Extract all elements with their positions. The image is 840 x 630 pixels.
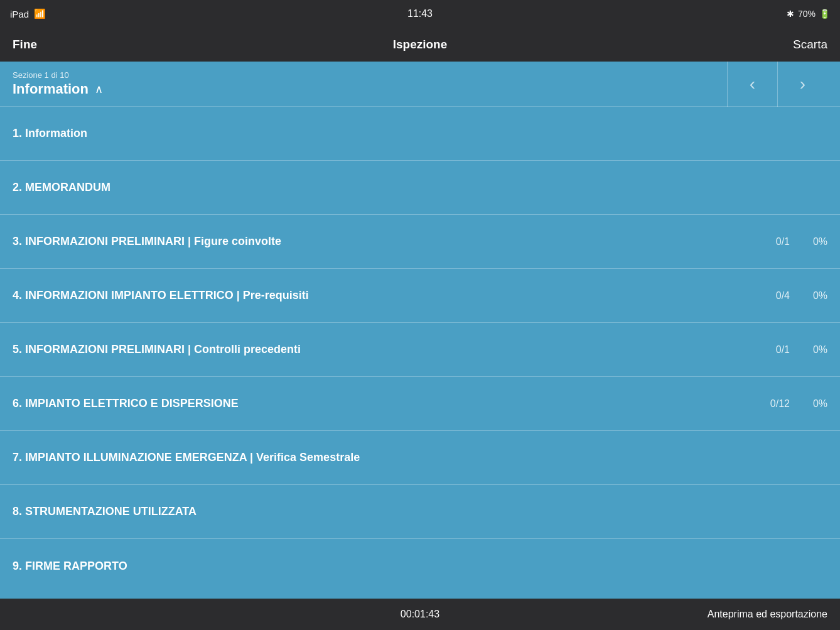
section-title-row: Information ∧	[13, 81, 103, 97]
section-item-score: 0/4	[776, 290, 790, 301]
wifi-icon: 📶	[34, 8, 46, 19]
section-item-label: 3. INFORMAZIONI PRELIMINARI | Figure coi…	[13, 235, 281, 248]
fine-button[interactable]: Fine	[13, 38, 37, 52]
export-button[interactable]: Anteprima ed esportazione	[708, 609, 827, 620]
section-item-right: 0/10%	[776, 236, 827, 247]
section-list: 1. Information2. MEMORANDUM3. INFORMAZIO…	[0, 107, 840, 599]
section-main-title: Information	[13, 81, 89, 97]
section-item-score: 0/1	[776, 344, 790, 356]
section-item-right: 0/40%	[776, 290, 827, 301]
chevron-up-icon[interactable]: ∧	[95, 82, 103, 96]
next-chevron-icon: ›	[800, 74, 805, 94]
battery-icon: 🔋	[819, 9, 830, 19]
section-item[interactable]: 9. FIRME RAPPORTO	[0, 539, 840, 593]
section-item[interactable]: 4. INFORMAZIONI IMPIANTO ELETTRICO | Pre…	[0, 269, 840, 323]
nav-bar: Fine Ispezione Scarta	[0, 28, 840, 62]
section-item-right: 0/10%	[776, 344, 827, 356]
section-subtitle: Sezione 1 di 10	[13, 70, 103, 80]
bottom-timer: 00:01:43	[401, 609, 439, 620]
battery-label: 70%	[798, 9, 816, 19]
section-item[interactable]: 7. IMPIANTO ILLUMINAZIONE EMERGENZA | Ve…	[0, 431, 840, 485]
section-item[interactable]: 1. Information	[0, 107, 840, 161]
section-item-score: 0/1	[776, 236, 790, 247]
section-item-label: 9. FIRME RAPPORTO	[13, 560, 127, 573]
section-info: Sezione 1 di 10 Information ∧	[13, 70, 103, 97]
nav-title: Ispezione	[393, 38, 448, 52]
section-item-label: 2. MEMORANDUM	[13, 181, 110, 194]
section-item[interactable]: 5. INFORMAZIONI PRELIMINARI | Controlli …	[0, 323, 840, 377]
section-item-label: 1. Information	[13, 127, 87, 140]
main-content: Sezione 1 di 10 Information ∧ ‹ › 1. Inf…	[0, 62, 840, 599]
section-item-label: 6. IMPIANTO ELETTRICO E DISPERSIONE	[13, 397, 239, 410]
status-left: iPad 📶	[10, 8, 46, 19]
section-item[interactable]: 6. IMPIANTO ELETTRICO E DISPERSIONE0/120…	[0, 377, 840, 431]
section-item[interactable]: 8. STRUMENTAZIONE UTILIZZATA	[0, 485, 840, 539]
section-item-label: 8. STRUMENTAZIONE UTILIZZATA	[13, 505, 197, 518]
section-item-right: 0/120%	[770, 398, 827, 410]
section-header: Sezione 1 di 10 Information ∧ ‹ ›	[0, 62, 840, 107]
status-bar: iPad 📶 11:43 ✱ 70% 🔋	[0, 0, 840, 28]
device-label: iPad	[10, 9, 29, 19]
scarta-button[interactable]: Scarta	[793, 38, 827, 52]
next-arrow-button[interactable]: ›	[777, 62, 827, 107]
nav-arrows: ‹ ›	[727, 62, 827, 107]
prev-chevron-icon: ‹	[750, 74, 755, 94]
bottom-bar: 00:01:43 Anteprima ed esportazione	[0, 599, 840, 630]
status-right: ✱ 70% 🔋	[787, 9, 830, 19]
section-item-percent: 0%	[805, 344, 827, 356]
prev-arrow-button[interactable]: ‹	[727, 62, 777, 107]
section-item-percent: 0%	[805, 290, 827, 301]
section-item-percent: 0%	[805, 236, 827, 247]
section-item-percent: 0%	[805, 398, 827, 410]
section-item-label: 7. IMPIANTO ILLUMINAZIONE EMERGENZA | Ve…	[13, 451, 360, 464]
bluetooth-icon: ✱	[787, 9, 794, 19]
section-item[interactable]: 2. MEMORANDUM	[0, 161, 840, 215]
status-time: 11:43	[407, 8, 433, 19]
section-item[interactable]: 3. INFORMAZIONI PRELIMINARI | Figure coi…	[0, 215, 840, 269]
section-item-score: 0/12	[770, 398, 790, 410]
section-item-label: 5. INFORMAZIONI PRELIMINARI | Controlli …	[13, 343, 301, 356]
section-item-label: 4. INFORMAZIONI IMPIANTO ELETTRICO | Pre…	[13, 289, 309, 302]
